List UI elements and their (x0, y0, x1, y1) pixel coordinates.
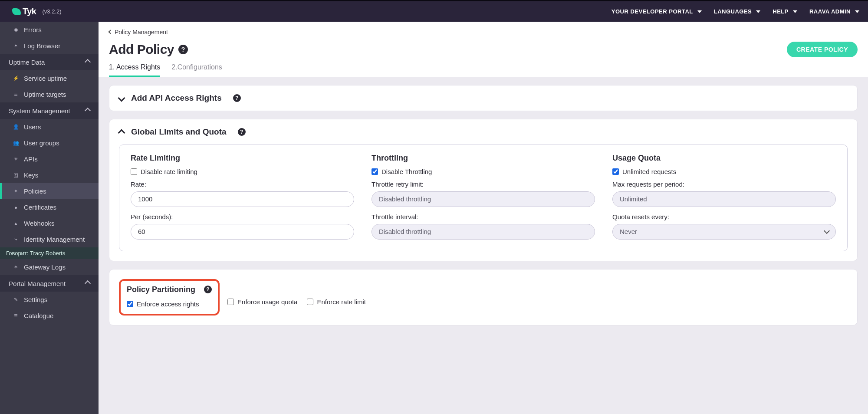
max-requests-label: Max requests per period: (612, 181, 836, 188)
disable-rate-limit-checkbox[interactable] (131, 168, 137, 175)
chevron-up-icon (85, 280, 91, 286)
tab-configurations[interactable]: 2.Configurations (171, 63, 222, 77)
chevron-left-icon (108, 30, 113, 34)
sidebar-item-users[interactable]: 👤 Users (0, 119, 99, 135)
sidebar-item-log-browser[interactable]: ✶ Log Browser (0, 38, 99, 54)
settings-icon: ✎ (13, 297, 19, 302)
top-menu-help[interactable]: HELP (773, 8, 797, 15)
sidebar-item-label: Certificates (24, 204, 56, 211)
throttle-retry-label: Throttle retry limit: (372, 181, 595, 188)
speaking-prefix: Говорит: (6, 250, 28, 256)
col-title: Usage Quota (612, 154, 836, 163)
bullet-icon: ◉ (13, 27, 19, 33)
panel-title: Global Limits and Quota (131, 127, 227, 137)
top-menu-user[interactable]: RAAVA ADMIN (809, 8, 859, 15)
sidebar-item-gateway-logs[interactable]: ✶ Gateway Logs (0, 259, 99, 275)
tab-access-rights[interactable]: 1. Access Rights (109, 63, 160, 77)
sidebar-item-apis[interactable]: ✳ APIs (0, 151, 99, 167)
sidebar-item-identity[interactable]: ⤷ Identity Management (0, 231, 99, 247)
top-menu-label: YOUR DEVELOPER PORTAL (612, 8, 693, 15)
enforce-access-checkbox[interactable] (127, 301, 133, 307)
logo[interactable]: Tyk (v3.2.2) (12, 7, 62, 16)
enforce-rate-check[interactable]: Enforce rate limit (307, 298, 366, 306)
limits-grid: Rate Limiting Disable rate limiting Rate… (119, 145, 848, 251)
top-menu-label: RAAVA ADMIN (809, 8, 851, 15)
panel-access-rights-header[interactable]: Add API Access Rights ? (109, 85, 857, 111)
top-menu-label: HELP (773, 8, 789, 15)
page-title: Add Policy (109, 42, 174, 57)
sidebar-item-label: Identity Management (24, 236, 85, 243)
sidebar-item-label: User groups (24, 139, 59, 147)
sidebar-item-label: Service uptime (24, 75, 67, 82)
sidebar-item-certificates[interactable]: ● Certificates (0, 199, 99, 215)
sidebar-item-catalogue[interactable]: ≣ Catalogue (0, 308, 99, 324)
sidebar-section-uptime[interactable]: Uptime Data (0, 54, 99, 70)
enforce-quota-checkbox[interactable] (227, 299, 234, 305)
quota-reset-select[interactable] (612, 224, 836, 240)
throttle-interval-input (372, 224, 595, 240)
sidebar-item-webhooks[interactable]: ▲ Webhooks (0, 215, 99, 231)
sidebar-item-service-uptime[interactable]: ⚡ Service uptime (0, 70, 99, 86)
bug-icon: ✶ (13, 43, 19, 49)
sidebar-item-settings[interactable]: ✎ Settings (0, 292, 99, 308)
chevron-up-icon (85, 108, 91, 114)
logo-mark-icon (12, 8, 21, 15)
sidebar-section-system[interactable]: System Management (0, 102, 99, 119)
breadcrumb[interactable]: Policy Management (109, 29, 168, 36)
enforce-access-check[interactable]: Enforce access rights (127, 300, 199, 308)
catalogue-icon: ≣ (13, 313, 19, 319)
quota-reset-label: Quota resets every: (612, 213, 836, 220)
disable-throttle-checkbox[interactable] (372, 168, 378, 175)
sidebar-section-portal[interactable]: Portal Management (0, 275, 99, 292)
help-icon[interactable]: ? (204, 286, 212, 293)
rate-limiting-column: Rate Limiting Disable rate limiting Rate… (131, 154, 354, 240)
throttling-column: Throttling Disable Throttling Throttle r… (372, 154, 595, 240)
col-title: Throttling (372, 154, 595, 163)
sidebar-item-user-groups[interactable]: 👥 User groups (0, 135, 99, 151)
gear-icon: ✳ (13, 156, 19, 162)
panel-limits: Global Limits and Quota ? Rate Limiting … (109, 119, 858, 261)
help-icon[interactable]: ? (178, 45, 188, 54)
help-icon[interactable]: ? (238, 128, 246, 136)
enforce-rate-checkbox[interactable] (307, 299, 313, 305)
breadcrumb-label: Policy Management (115, 29, 168, 36)
panel-partition: Policy Partitioning ? Enforce access rig… (109, 269, 858, 325)
rate-input[interactable] (131, 191, 354, 207)
highlight-box: Policy Partitioning ? Enforce access rig… (119, 279, 220, 315)
sidebar-item-uptime-targets[interactable]: ≣ Uptime targets (0, 86, 99, 102)
logs-icon: ✶ (13, 264, 19, 270)
help-icon[interactable]: ? (233, 94, 241, 102)
sidebar-section-label: System Management (9, 107, 70, 115)
create-policy-button[interactable]: CREATE POLICY (787, 42, 858, 57)
panel-limits-header[interactable]: Global Limits and Quota ? (109, 119, 857, 145)
disable-throttle-check[interactable]: Disable Throttling (372, 168, 595, 175)
chevron-up-icon (85, 59, 91, 65)
unlimited-requests-check[interactable]: Unlimited requests (612, 168, 836, 175)
checkbox-label: Enforce access rights (137, 300, 199, 308)
top-menu-developer-portal[interactable]: YOUR DEVELOPER PORTAL (612, 8, 702, 15)
panel-title: Add API Access Rights (131, 93, 222, 103)
enforce-quota-check[interactable]: Enforce usage quota (227, 298, 297, 306)
sidebar-item-label: Uptime targets (24, 91, 66, 98)
disable-rate-limit-check[interactable]: Disable rate limiting (131, 168, 354, 175)
sidebar-item-policies[interactable]: ✦ Policies (0, 183, 99, 199)
checkbox-label: Enforce usage quota (237, 298, 297, 306)
per-input[interactable] (131, 224, 354, 240)
user-icon: 👤 (13, 124, 19, 130)
main: Policy Management Add Policy ? CREATE PO… (99, 22, 868, 414)
key-icon: ⚿ (13, 172, 19, 178)
col-title: Rate Limiting (131, 154, 354, 163)
sidebar-item-errors[interactable]: ◉ Errors (0, 22, 99, 38)
checkbox-label: Disable rate limiting (141, 168, 197, 175)
panel-access-rights: Add API Access Rights ? (109, 85, 858, 111)
sidebar-item-label: Gateway Logs (24, 263, 66, 271)
sidebar-item-label: Errors (24, 26, 42, 33)
tabs: 1. Access Rights 2.Configurations (99, 57, 868, 77)
activity-icon: ⚡ (13, 76, 19, 81)
users-icon: 👥 (13, 140, 19, 146)
policy-icon: ✦ (13, 188, 19, 194)
unlimited-requests-checkbox[interactable] (612, 168, 619, 175)
top-menu-languages[interactable]: LANGUAGES (714, 8, 761, 15)
sidebar-item-keys[interactable]: ⚿ Keys (0, 167, 99, 183)
top-menu: YOUR DEVELOPER PORTAL LANGUAGES HELP RAA… (612, 8, 859, 15)
